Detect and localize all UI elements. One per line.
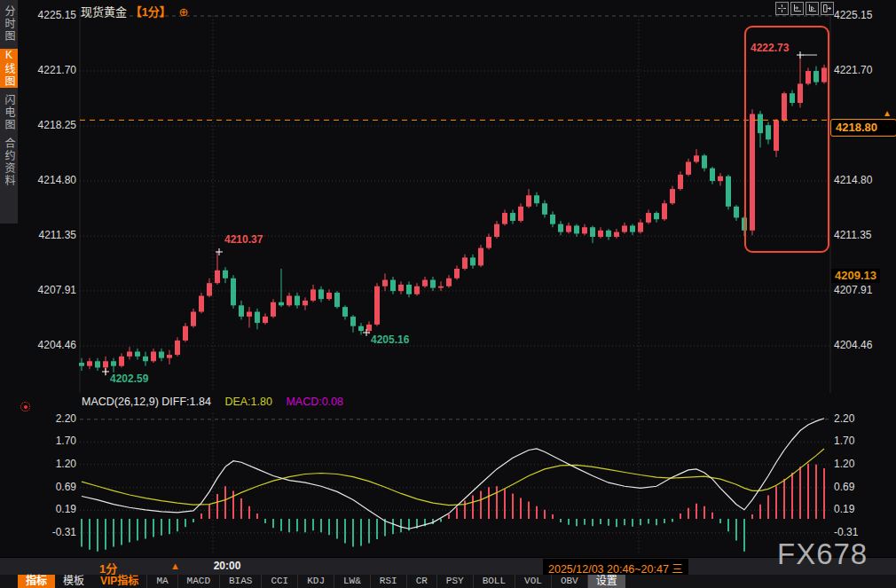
indicator-tab-vol[interactable]: VOL — [515, 575, 551, 588]
macd-axis-label: -0.31 — [834, 526, 896, 538]
price-annotation: 4202.59 — [110, 372, 148, 385]
sidebar-item-kline-active[interactable]: K线图 — [0, 49, 18, 88]
price-annotation: 4205.16 — [371, 333, 409, 346]
macd-axis-label: 1.20 — [16, 458, 76, 470]
macd-params-diff: MACD(26,12,9) DIFF:1.84 — [82, 396, 211, 408]
indicator-tab-设置[interactable]: 设置 — [587, 575, 625, 588]
alert-icon[interactable] — [20, 402, 30, 412]
axis-range-icon[interactable] — [790, 2, 804, 15]
crosshair-icon[interactable] — [775, 2, 789, 15]
sidebar-item-view[interactable]: 分时图 — [0, 5, 18, 43]
price-axis-label: 4204.46 — [834, 339, 896, 351]
time-tick-label: 20:00 — [207, 560, 248, 572]
exit-pane-icon[interactable] — [821, 2, 834, 15]
indicator-tab-指标[interactable]: 指标 — [18, 575, 55, 588]
indicator-tab-kdj[interactable]: KDJ — [297, 575, 334, 588]
reference-price-label: 4209.13 — [831, 269, 880, 283]
indicator-tab-ma[interactable]: MA — [146, 575, 177, 588]
indicator-tab-vip指标[interactable]: VIP指标 — [92, 575, 146, 588]
candlestick-chart[interactable] — [0, 0, 896, 588]
price-axis-label: 4214.80 — [834, 174, 896, 186]
macd-axis-label: 1.70 — [834, 435, 896, 447]
sidebar-item-view[interactable]: 合约资料 — [0, 137, 18, 187]
indicator-toolbar: 指标模板VIP指标MAMACDBIASCCIKDJLW&RSICRPSYBOLL… — [0, 575, 896, 588]
indicator-tab-cr[interactable]: CR — [406, 575, 436, 588]
macd-header: MACD(26,12,9) DIFF:1.84 DEA:1.80 MACD:0.… — [82, 396, 343, 408]
price-annotation: 4222.73 — [751, 42, 789, 54]
price-axis-label: 4207.91 — [834, 284, 896, 296]
macd-axis-label: 0.19 — [834, 503, 896, 515]
sidebar: 分时图K线图闪电图合约资料 — [0, 0, 18, 588]
price-axis-label: 4211.35 — [16, 229, 76, 241]
sidebar-item-view[interactable]: 闪电图 — [0, 94, 18, 131]
indicator-tab-macd[interactable]: MACD — [177, 575, 219, 588]
period-dropdown-icon[interactable]: ▲ — [170, 561, 180, 571]
price-axis-label: 4221.70 — [16, 64, 76, 76]
macd-dea-value: DEA:1.80 — [224, 396, 272, 408]
macd-axis-label: -0.31 — [16, 526, 76, 538]
macd-hist-value: MACD:0.08 — [286, 396, 343, 408]
symbol-name: 现货黄金 — [81, 5, 127, 19]
price-axis-label: 4225.15 — [834, 9, 896, 21]
price-axis-label: 4218.25 — [16, 119, 76, 131]
indicator-tab-boll[interactable]: BOLL — [473, 575, 515, 588]
price-axis-label: 4214.80 — [16, 174, 76, 186]
indicator-tab-bias[interactable]: BIAS — [219, 575, 261, 588]
price-axis-label: 4211.35 — [834, 229, 896, 241]
axis-play-icon[interactable] — [806, 2, 819, 15]
price-axis-label: 4225.15 — [16, 9, 76, 21]
time-axis-row: 1分 ▲ 20:00 2025/12/03 20:46~20:47 三 — [0, 557, 896, 575]
last-price-label: 4218.80 — [830, 119, 896, 137]
macd-axis-label: 0.69 — [834, 481, 896, 493]
macd-axis-label: 0.19 — [16, 503, 76, 515]
indicator-tab-lw&[interactable]: LW& — [334, 575, 370, 588]
price-annotation: 4210.37 — [224, 233, 263, 246]
indicator-tab-cci[interactable]: CCI — [261, 575, 297, 588]
circle-plus-icon[interactable]: ⊕ — [179, 5, 189, 19]
watermark: FX678 — [777, 537, 868, 571]
price-alert-arrow-icon[interactable]: ▲ — [883, 108, 892, 118]
period-tag: 【1分】 — [130, 5, 171, 19]
indicator-tab-psy[interactable]: PSY — [436, 575, 473, 588]
chart-toolbar — [775, 2, 834, 15]
macd-axis-label: 2.20 — [16, 412, 76, 425]
indicator-tab-obv[interactable]: OBV — [551, 575, 587, 588]
price-axis-label: 4221.70 — [834, 64, 896, 76]
sidebar-tabs: 分时图K线图闪电图合约资料 — [0, 0, 18, 223]
indicator-tab-模板[interactable]: 模板 — [55, 575, 92, 588]
macd-axis-label: 1.70 — [16, 435, 76, 447]
price-axis-label: 4204.46 — [16, 339, 76, 351]
trading-app-window: 分时图K线图闪电图合约资料 现货黄金 【1分】 ⊕ 4225.154221.70… — [0, 0, 896, 588]
chart-title: 现货黄金 【1分】 ⊕ — [81, 3, 188, 20]
macd-axis-label: 1.20 — [834, 458, 896, 470]
price-axis-label: 4207.91 — [16, 284, 76, 296]
indicator-tab-rsi[interactable]: RSI — [370, 575, 406, 588]
macd-axis-label: 2.20 — [834, 412, 896, 425]
macd-axis-label: 0.69 — [16, 481, 76, 493]
